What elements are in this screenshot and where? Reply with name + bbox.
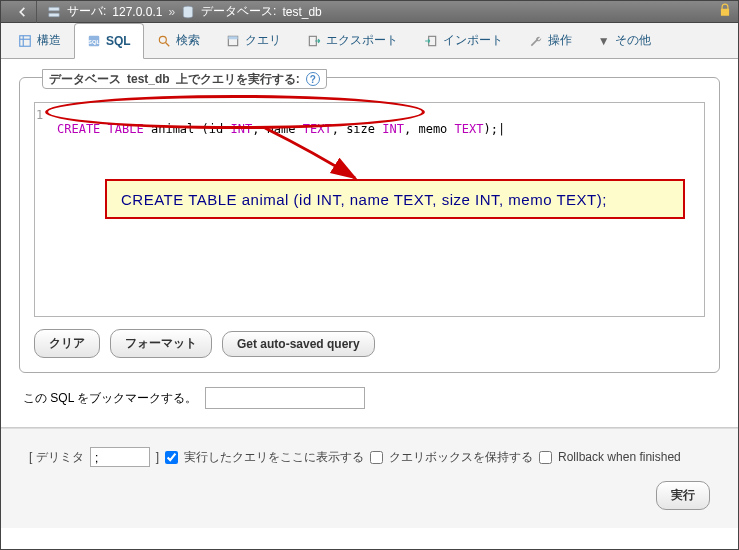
arrow-left-icon <box>15 5 29 19</box>
retain-box-checkbox[interactable] <box>370 451 383 464</box>
bookmark-input[interactable] <box>205 387 365 409</box>
tab-sql-label: SQL <box>106 34 131 48</box>
tab-operations-label: 操作 <box>548 32 572 49</box>
tab-query[interactable]: クエリ <box>213 23 294 58</box>
svg-point-8 <box>159 36 166 43</box>
tab-query-label: クエリ <box>245 32 281 49</box>
delimiter-input[interactable] <box>90 447 150 467</box>
sql-icon: SQL <box>87 34 101 48</box>
delimiter-close: ] <box>156 450 159 464</box>
back-button[interactable] <box>7 1 37 23</box>
breadcrumb-separator: » <box>168 5 175 19</box>
server-value[interactable]: 127.0.0.1 <box>112 5 162 19</box>
bookmark-label: この SQL をブックマークする。 <box>23 390 197 407</box>
bottom-panel: [ デリミタ ] 実行したクエリをここに表示する クエリボックスを保持する Ro… <box>1 428 738 528</box>
chevron-down-icon: ▼ <box>598 34 610 48</box>
tab-search[interactable]: 検索 <box>144 23 213 58</box>
legend-suffix: 上でクエリを実行する: <box>176 71 300 88</box>
main-tabs: 構造 SQL SQL 検索 クエリ エクスポート インポート 操作 ▼ その他 <box>1 23 738 59</box>
rollback-label: Rollback when finished <box>558 450 681 464</box>
query-icon <box>226 34 240 48</box>
svg-rect-1 <box>49 13 60 17</box>
legend-prefix: データベース <box>49 71 121 88</box>
export-icon <box>307 34 321 48</box>
tab-more[interactable]: ▼ その他 <box>585 23 664 58</box>
breadcrumb-bar: サーバ: 127.0.0.1 » データベース: test_db <box>1 1 738 23</box>
show-query-checkbox[interactable] <box>165 451 178 464</box>
tab-more-label: その他 <box>615 32 651 49</box>
tab-export-label: エクスポート <box>326 32 398 49</box>
wrench-icon <box>529 34 543 48</box>
svg-line-9 <box>165 42 169 46</box>
tab-export[interactable]: エクスポート <box>294 23 411 58</box>
svg-text:SQL: SQL <box>88 39 100 45</box>
rollback-checkbox[interactable] <box>539 451 552 464</box>
execute-button[interactable]: 実行 <box>656 481 710 510</box>
help-icon[interactable]: ? <box>306 72 320 86</box>
tab-import-label: インポート <box>443 32 503 49</box>
panel-legend: データベース test_db 上でクエリを実行する: ? <box>42 69 327 89</box>
svg-rect-11 <box>228 36 237 39</box>
sql-editor[interactable]: 1 CREATE TABLE animal (id INT, name TEXT… <box>34 102 705 317</box>
sql-code-line: CREATE TABLE animal (id INT, name TEXT, … <box>57 108 505 136</box>
server-label: サーバ: <box>67 3 106 20</box>
line-number: 1 <box>36 108 43 122</box>
annotation-callout: CREATE TABLE animal (id INT, name TEXT, … <box>105 179 685 219</box>
sql-panel: データベース test_db 上でクエリを実行する: ? 1 CREATE TA… <box>19 77 720 373</box>
legend-db: test_db <box>127 72 170 86</box>
format-button[interactable]: フォーマット <box>110 329 212 358</box>
show-query-label: 実行したクエリをここに表示する <box>184 449 364 466</box>
lock-icon[interactable] <box>718 3 732 20</box>
database-value[interactable]: test_db <box>282 5 321 19</box>
tab-structure[interactable]: 構造 <box>5 23 74 58</box>
server-icon <box>47 5 61 19</box>
table-icon <box>18 34 32 48</box>
tab-search-label: 検索 <box>176 32 200 49</box>
database-label: データベース: <box>201 3 276 20</box>
tab-operations[interactable]: 操作 <box>516 23 585 58</box>
database-icon <box>181 5 195 19</box>
tab-structure-label: 構造 <box>37 32 61 49</box>
tab-import[interactable]: インポート <box>411 23 516 58</box>
delimiter-open: [ デリミタ <box>29 449 84 466</box>
clear-button[interactable]: クリア <box>34 329 100 358</box>
retain-box-label: クエリボックスを保持する <box>389 449 533 466</box>
search-icon <box>157 34 171 48</box>
tab-sql[interactable]: SQL SQL <box>74 23 144 59</box>
svg-rect-0 <box>49 7 60 11</box>
import-icon <box>424 34 438 48</box>
svg-rect-3 <box>20 35 31 46</box>
autosaved-button[interactable]: Get auto-saved query <box>222 331 375 357</box>
